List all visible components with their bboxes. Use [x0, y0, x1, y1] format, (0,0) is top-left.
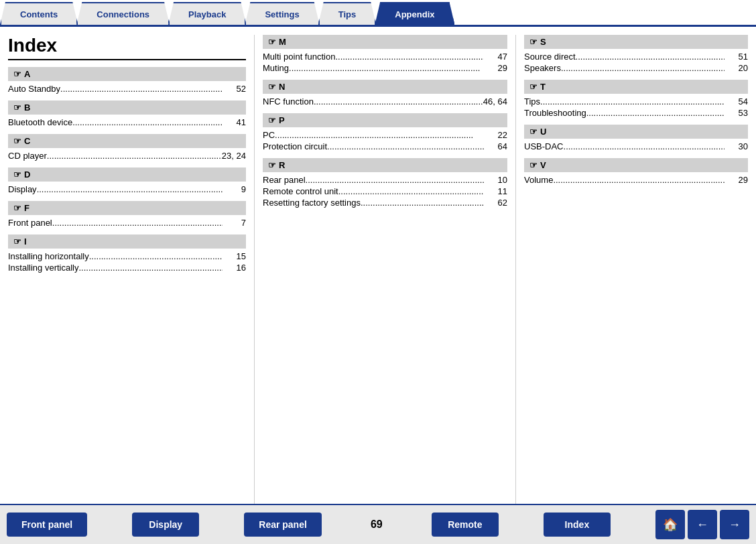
- item-dots: ........................................…: [72, 117, 223, 127]
- section-s: ☞ S Source direct ......................…: [524, 35, 748, 73]
- section-header-a: ☞ A: [8, 67, 246, 81]
- index-item-install-horiz: Installing horizontally ................…: [8, 251, 246, 261]
- item-dots: ........................................…: [361, 198, 484, 208]
- item-label: Multi point function: [263, 52, 335, 62]
- item-label: PC: [263, 130, 275, 140]
- tab-bar: Contents Connections Playback Settings T…: [0, 0, 756, 27]
- item-page: 41: [223, 117, 246, 127]
- item-page: 29: [484, 63, 507, 73]
- hand-icon-p: ☞: [268, 115, 276, 125]
- section-v: ☞ V Volume .............................…: [524, 158, 748, 185]
- section-header-u: ☞ U: [524, 125, 748, 139]
- item-page: 16: [223, 263, 246, 273]
- item-label: Volume: [524, 175, 553, 185]
- item-page: 51: [724, 52, 748, 62]
- index-item-protection: Protection circuit .....................…: [263, 141, 507, 151]
- section-c: ☞ C CD player ..........................…: [8, 134, 246, 161]
- section-letter-s: S: [540, 37, 546, 47]
- item-dots: ........................................…: [540, 96, 724, 107]
- section-letter-d: D: [24, 169, 30, 180]
- item-dots: ........................................…: [586, 108, 724, 118]
- index-item-troubleshooting: Troubleshooting ........................…: [524, 108, 748, 118]
- item-dots: ........................................…: [60, 84, 223, 94]
- index-item-install-vert: Installing vertically ..................…: [8, 263, 246, 273]
- page-number: 69: [367, 519, 387, 531]
- remote-button[interactable]: Remote: [432, 513, 499, 537]
- section-header-i: ☞ I: [8, 234, 246, 249]
- section-header-r: ☞ R: [263, 158, 507, 172]
- item-label: Front panel: [8, 218, 52, 228]
- hand-icon-u: ☞: [529, 127, 538, 137]
- item-label: USB-DAC: [524, 141, 564, 151]
- hand-icon-m: ☞: [268, 37, 276, 47]
- item-label: Remote control unit: [263, 186, 338, 196]
- bottom-nav: Front panel Display Rear panel 69 Remote…: [0, 504, 756, 544]
- index-item-muting: Muting .................................…: [263, 63, 507, 73]
- section-r: ☞ R Rear panel .........................…: [263, 158, 507, 208]
- front-panel-button[interactable]: Front panel: [7, 513, 87, 537]
- section-letter-v: V: [540, 160, 546, 170]
- section-t: ☞ T Tips ...............................…: [524, 80, 748, 118]
- forward-button[interactable]: →: [720, 510, 749, 539]
- item-dots: ........................................…: [79, 263, 223, 273]
- index-button[interactable]: Index: [544, 513, 611, 537]
- tab-appendix[interactable]: Appendix: [375, 2, 454, 25]
- section-header-p: ☞ P: [263, 113, 507, 127]
- item-dots: ........................................…: [576, 52, 724, 62]
- section-d: ☞ D Display ............................…: [8, 167, 246, 194]
- tab-playback[interactable]: Playback: [168, 2, 246, 25]
- item-page: 15: [223, 251, 246, 261]
- index-item-auto-standby: Auto Standby ...........................…: [8, 84, 246, 94]
- item-label: Speakers: [524, 63, 561, 73]
- section-header-n: ☞ N: [263, 80, 507, 94]
- section-letter-m: M: [279, 37, 286, 47]
- item-dots: ........................................…: [314, 96, 483, 107]
- item-page: 23, 24: [222, 151, 246, 161]
- item-dots: ........................................…: [306, 175, 484, 185]
- tab-tips[interactable]: Tips: [318, 2, 377, 25]
- section-header-v: ☞ V: [524, 158, 748, 172]
- tab-contents[interactable]: Contents: [0, 2, 78, 25]
- item-dots: ........................................…: [335, 52, 484, 62]
- display-button[interactable]: Display: [132, 513, 199, 537]
- item-label: Installing vertically: [8, 263, 79, 273]
- index-item-frontpanel: Front panel ............................…: [8, 218, 246, 228]
- item-label: Auto Standby: [8, 84, 60, 94]
- section-letter-p: P: [279, 115, 285, 125]
- mid-column: ☞ M Multi point function ...............…: [255, 35, 516, 504]
- section-header-c: ☞ C: [8, 134, 246, 148]
- index-item-bluetooth: Bluetooth device .......................…: [8, 117, 246, 127]
- item-dots: ........................................…: [564, 141, 724, 151]
- item-page: 52: [223, 84, 246, 94]
- item-dots: ........................................…: [89, 251, 223, 261]
- hand-icon-d: ☞: [13, 169, 21, 180]
- item-label: Display: [8, 184, 37, 194]
- item-page: 22: [484, 130, 507, 140]
- item-label: Installing horizontally: [8, 251, 89, 261]
- section-letter-n: N: [279, 82, 285, 92]
- item-page: 30: [724, 141, 748, 151]
- section-header-b: ☞ B: [8, 100, 246, 115]
- item-label: Troubleshooting: [524, 108, 586, 118]
- home-button[interactable]: 🏠: [655, 510, 685, 539]
- right-column: ☞ S Source direct ......................…: [516, 35, 756, 504]
- index-item-usbdac: USB-DAC ................................…: [524, 141, 748, 151]
- hand-icon-i: ☞: [13, 236, 21, 247]
- hand-icon-r: ☞: [268, 160, 276, 170]
- item-label: Muting: [263, 63, 289, 73]
- section-letter-c: C: [24, 136, 30, 146]
- tab-settings[interactable]: Settings: [245, 2, 319, 25]
- item-page: 54: [724, 96, 748, 107]
- index-item-pc: PC .....................................…: [263, 130, 507, 140]
- back-button[interactable]: ←: [688, 510, 717, 539]
- item-page: 46, 64: [483, 96, 507, 107]
- item-dots: ........................................…: [47, 151, 222, 161]
- item-dots: ........................................…: [327, 141, 484, 151]
- item-page: 62: [484, 198, 507, 208]
- rear-panel-button[interactable]: Rear panel: [244, 513, 322, 537]
- index-item-tips: Tips ...................................…: [524, 96, 748, 107]
- item-page: 10: [484, 175, 507, 185]
- item-label: Protection circuit: [263, 141, 327, 151]
- tab-connections[interactable]: Connections: [76, 2, 170, 25]
- item-page: 64: [484, 141, 507, 151]
